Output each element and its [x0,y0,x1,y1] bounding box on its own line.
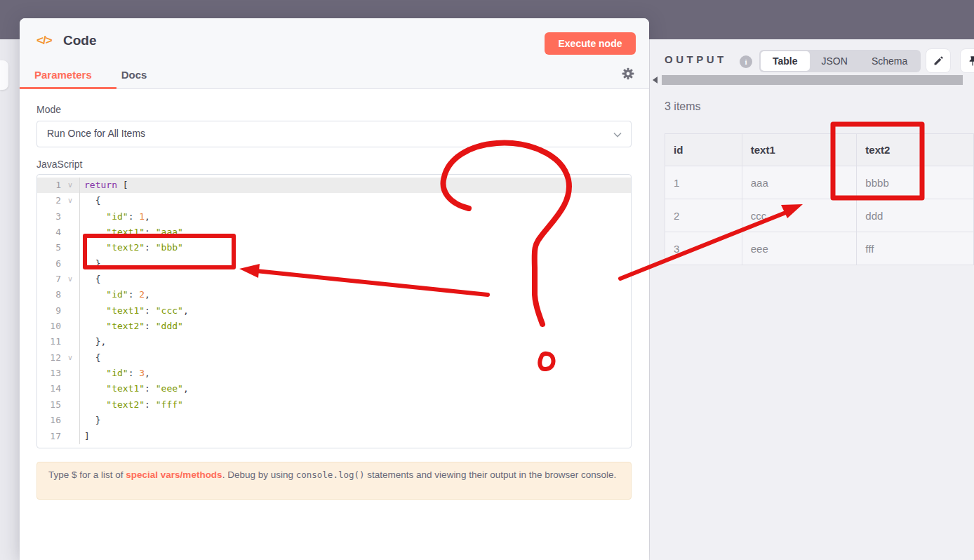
line-number: 17 [37,429,61,444]
line-number: 8 [37,287,61,302]
fold-chevron-icon[interactable]: v [61,178,80,193]
line-number: 3 [37,209,61,225]
fold-gutter [61,381,80,396]
code-line-4[interactable]: 4 "text1": "aaa", [37,225,631,240]
mode-select-value: Run Once for All Items [47,128,145,139]
fold-chevron-icon[interactable]: v [61,193,80,208]
tab-docs[interactable]: Docs [107,63,162,89]
table-row: 3eeefff [665,232,974,265]
fold-gutter [61,303,80,319]
code-line-7[interactable]: 7v { [37,272,631,287]
code-text: "text1": "eee", [80,381,189,396]
code-text: }, [80,334,106,349]
fold-chevron-icon[interactable]: v [61,350,80,366]
code-text: "text2": "fff" [80,397,183,413]
code-text: return [ [80,178,128,193]
code-text: { [80,350,100,366]
line-number: 14 [37,381,61,396]
line-number: 6 [37,256,61,272]
fold-gutter [61,319,80,334]
output-tab-json[interactable]: JSON [810,51,860,71]
code-line-6[interactable]: 6 }, [37,256,631,272]
mode-select[interactable]: Run Once for All Items [36,121,632,147]
line-number: 1 [37,178,61,193]
table-cell[interactable]: eee [742,232,857,265]
code-line-9[interactable]: 9 "text1": "ccc", [37,303,631,319]
active-tab-underline [20,87,116,89]
code-node-icon: </> [36,34,52,48]
code-text: } [80,413,100,428]
tab-parameters[interactable]: Parameters [20,63,107,89]
table-cell[interactable]: ccc [742,199,857,232]
code-text: "text1": "aaa", [80,225,189,240]
inline-code: console.log() [296,469,365,480]
fold-gutter [61,334,80,349]
code-line-16[interactable]: 16 } [37,413,631,428]
code-line-14[interactable]: 14 "text1": "eee", [37,381,631,396]
pencil-icon [933,55,945,67]
code-text: "text1": "ccc", [80,303,189,319]
code-line-10[interactable]: 10 "text2": "ddd" [37,319,631,334]
gear-icon[interactable] [622,67,634,80]
code-line-2[interactable]: 2v { [37,193,631,208]
info-icon[interactable]: i [740,55,752,68]
output-view-tabs: TableJSONSchema [759,50,921,72]
line-number: 15 [37,397,61,413]
special-vars-link[interactable]: special vars/methods [126,469,222,480]
fold-gutter [61,240,80,255]
table-cell[interactable]: 3 [665,232,742,265]
chevron-down-icon [613,130,622,142]
output-panel: OUTPUT i TableJSONSchema 3 items idtext1… [650,39,974,560]
editor-hint-box: Type $ for a list of special vars/method… [36,462,632,500]
table-cell[interactable]: bbbb [857,166,974,199]
code-line-11[interactable]: 11 }, [37,334,631,349]
hint-text: Type $ for a list of [48,469,126,480]
fold-gutter [61,366,80,381]
column-header-text2: text2 [857,134,974,166]
code-line-13[interactable]: 13 "id": 3, [37,366,631,381]
table-row: 1aaabbbb [665,166,974,199]
code-line-15[interactable]: 15 "text2": "fff" [37,397,631,413]
hint-text: . Debug by using [222,469,296,480]
line-number: 13 [37,366,61,381]
javascript-code-editor[interactable]: 1vreturn [2v {3 "id": 1,4 "text1": "aaa"… [36,174,632,448]
fold-gutter [61,429,80,444]
column-header-text1: text1 [742,134,857,166]
parameters-docs-tabs: ParametersDocs [20,63,161,89]
fold-chevron-icon[interactable]: v [61,272,80,287]
code-line-5[interactable]: 5 "text2": "bbb" [37,240,631,255]
output-tab-schema[interactable]: Schema [860,51,919,71]
code-line-17[interactable]: 17] [37,429,631,444]
table-cell[interactable]: 1 [665,166,742,199]
line-number: 12 [37,350,61,366]
mode-label: Mode [36,104,61,115]
code-line-12[interactable]: 12v { [37,350,631,366]
node-title: Code [63,33,97,48]
execute-node-button[interactable]: Execute node [545,32,636,55]
pin-data-button[interactable] [960,48,974,73]
scrollbar-left-arrow[interactable] [653,76,658,84]
table-row: 2cccddd [665,199,974,232]
input-panel-edge [0,60,8,90]
output-tab-table[interactable]: Table [761,51,810,71]
line-number: 4 [37,225,61,240]
fold-gutter [61,287,80,302]
table-cell[interactable]: 2 [665,199,742,232]
fold-gutter [61,397,80,413]
line-number: 5 [37,240,61,255]
fold-gutter [61,256,80,272]
code-line-8[interactable]: 8 "id": 2, [37,287,631,302]
code-text: { [80,193,100,208]
line-number: 2 [37,193,61,208]
code-text: "text2": "ddd" [80,319,183,334]
horizontal-scrollbar[interactable] [662,75,963,85]
fold-gutter [61,225,80,240]
table-cell[interactable]: ddd [857,199,974,232]
table-cell[interactable]: aaa [742,166,857,199]
code-line-1[interactable]: 1vreturn [ [37,178,631,193]
edit-output-button[interactable] [926,48,951,73]
output-panel-title: OUTPUT [665,53,727,65]
code-text: { [80,272,100,287]
table-cell[interactable]: fff [857,232,974,265]
code-line-3[interactable]: 3 "id": 1, [37,209,631,225]
